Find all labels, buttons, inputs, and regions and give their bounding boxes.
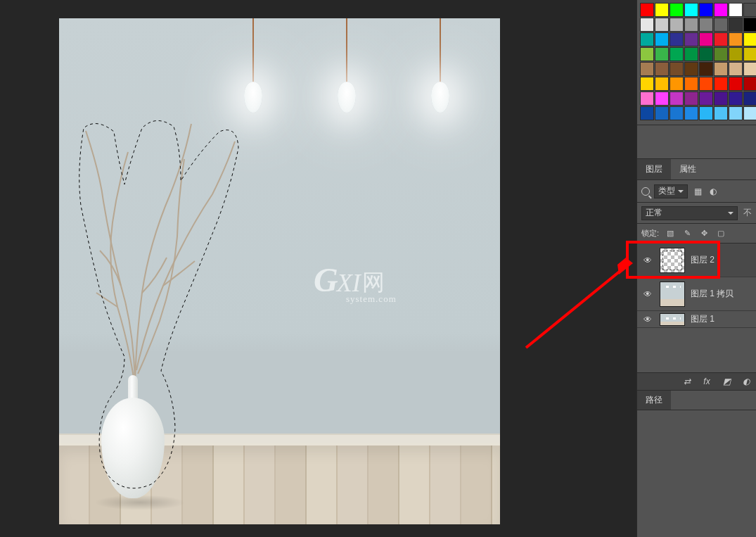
layer-row[interactable]: 👁 图层 1: [637, 311, 756, 328]
swatch[interactable]: [714, 62, 728, 76]
filter-type-dropdown[interactable]: 类型: [654, 184, 688, 198]
swatch[interactable]: [669, 91, 684, 106]
swatch[interactable]: [640, 3, 654, 17]
swatch[interactable]: [743, 3, 756, 17]
link-layers-icon[interactable]: ⇄: [681, 377, 693, 386]
swatch[interactable]: [729, 62, 743, 76]
lock-brush-icon[interactable]: ✎: [681, 229, 693, 239]
watermark-g: G: [314, 263, 338, 297]
swatch[interactable]: [684, 62, 698, 76]
swatch[interactable]: [743, 106, 756, 120]
layer-thumbnail[interactable]: [660, 282, 685, 307]
swatch[interactable]: [714, 47, 728, 61]
search-icon: [641, 187, 650, 196]
layer-row[interactable]: 👁 图层 1 拷贝: [637, 277, 756, 311]
swatch[interactable]: [729, 3, 743, 17]
swatch[interactable]: [699, 18, 713, 32]
swatch[interactable]: [640, 47, 654, 61]
swatch[interactable]: [684, 106, 698, 120]
document-canvas[interactable]: GXI网 system.com: [59, 18, 500, 524]
swatch[interactable]: [655, 32, 669, 46]
swatch[interactable]: [655, 77, 669, 91]
layer-fx-icon[interactable]: fx: [701, 377, 712, 386]
swatch[interactable]: [640, 62, 654, 76]
swatch[interactable]: [669, 3, 684, 17]
swatch[interactable]: [743, 77, 756, 91]
layer-row[interactable]: 👁 图层 2: [637, 244, 756, 277]
swatch[interactable]: [743, 47, 756, 61]
lock-pixels-icon[interactable]: ▧: [665, 229, 676, 239]
branches-graphic: [79, 117, 241, 384]
layer-name[interactable]: 图层 2: [691, 254, 715, 266]
swatch[interactable]: [729, 32, 743, 46]
visibility-toggle-icon[interactable]: 👁: [641, 255, 654, 265]
swatch[interactable]: [699, 47, 713, 61]
swatch[interactable]: [655, 47, 669, 61]
swatch[interactable]: [684, 47, 698, 61]
swatch[interactable]: [640, 91, 654, 106]
swatch[interactable]: [743, 91, 756, 106]
swatch[interactable]: [655, 18, 669, 32]
swatch[interactable]: [714, 32, 728, 46]
layer-thumbnail[interactable]: [660, 248, 685, 273]
filter-adjust-icon[interactable]: ◐: [707, 187, 719, 196]
swatch[interactable]: [714, 77, 728, 91]
swatch[interactable]: [684, 18, 698, 32]
swatch[interactable]: [684, 91, 698, 106]
blend-mode-value: 正常: [646, 207, 662, 219]
swatch[interactable]: [714, 91, 728, 106]
lamp-3: [440, 18, 441, 85]
visibility-toggle-icon[interactable]: 👁: [641, 289, 654, 299]
swatch[interactable]: [699, 91, 713, 106]
swatch[interactable]: [669, 47, 684, 61]
swatch[interactable]: [655, 91, 669, 106]
swatch[interactable]: [669, 106, 684, 120]
swatch[interactable]: [655, 62, 669, 76]
swatch[interactable]: [743, 32, 756, 46]
swatch[interactable]: [669, 18, 684, 32]
canvas-area[interactable]: GXI网 system.com: [0, 0, 636, 537]
swatch[interactable]: [699, 32, 713, 46]
filter-image-icon[interactable]: ▦: [692, 187, 703, 196]
lock-position-icon[interactable]: ✥: [698, 229, 710, 239]
swatch[interactable]: [655, 106, 669, 120]
layer-mask-icon[interactable]: ◩: [721, 377, 732, 386]
swatch[interactable]: [640, 77, 654, 91]
tab-properties[interactable]: 属性: [671, 159, 705, 179]
swatch[interactable]: [640, 32, 654, 46]
swatch[interactable]: [699, 77, 713, 91]
panel-spacer: [637, 125, 756, 159]
swatches-panel[interactable]: [637, 0, 756, 125]
swatch[interactable]: [684, 32, 698, 46]
swatch[interactable]: [714, 3, 728, 17]
lock-artboard-icon[interactable]: ▢: [715, 229, 726, 239]
blend-mode-dropdown[interactable]: 正常: [641, 206, 738, 220]
swatch[interactable]: [655, 3, 669, 17]
swatch[interactable]: [640, 18, 654, 32]
swatch[interactable]: [684, 77, 698, 91]
tab-layers[interactable]: 图层: [637, 159, 671, 179]
swatch[interactable]: [714, 106, 728, 120]
swatch[interactable]: [729, 106, 743, 120]
swatch[interactable]: [699, 3, 713, 17]
tab-paths[interactable]: 路径: [637, 391, 671, 410]
adjustment-layer-icon[interactable]: ◐: [741, 377, 752, 386]
swatch[interactable]: [729, 91, 743, 106]
layer-name[interactable]: 图层 1: [691, 313, 715, 325]
swatch[interactable]: [729, 18, 743, 32]
swatch[interactable]: [669, 62, 684, 76]
swatch[interactable]: [669, 32, 684, 46]
swatch[interactable]: [743, 18, 756, 32]
swatch[interactable]: [669, 77, 684, 91]
swatch[interactable]: [743, 62, 756, 76]
swatch[interactable]: [699, 62, 713, 76]
swatch[interactable]: [640, 106, 654, 120]
layer-name[interactable]: 图层 1 拷贝: [691, 288, 733, 300]
swatch[interactable]: [684, 3, 698, 17]
swatch[interactable]: [729, 47, 743, 61]
swatch[interactable]: [699, 106, 713, 120]
visibility-toggle-icon[interactable]: 👁: [641, 315, 654, 324]
swatch[interactable]: [714, 18, 728, 32]
layer-thumbnail[interactable]: [660, 313, 685, 326]
swatch[interactable]: [729, 77, 743, 91]
